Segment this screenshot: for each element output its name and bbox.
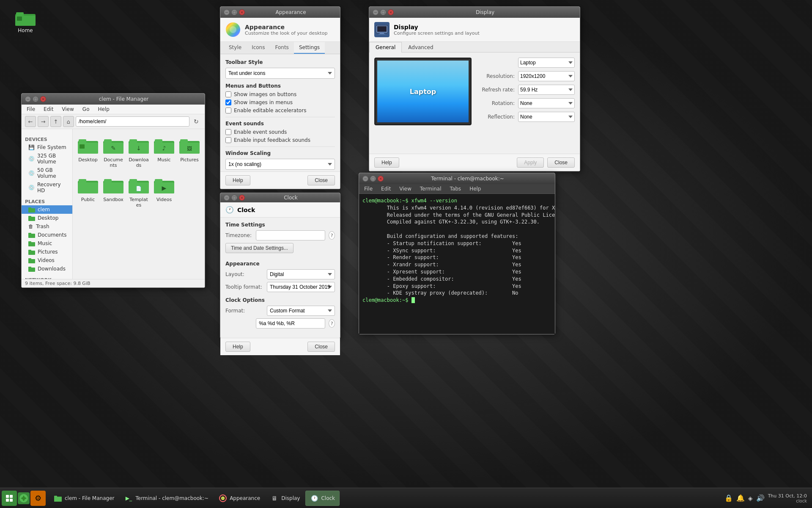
terminal-menu-edit[interactable]: Edit <box>379 185 392 193</box>
taskbar-app-display[interactable]: 🖥 Display <box>266 491 304 506</box>
address-bar[interactable] <box>76 116 189 127</box>
minimize-button[interactable]: − <box>25 96 31 102</box>
sidebar-item-videos[interactable]: Videos <box>22 256 72 265</box>
clock-help-button[interactable]: Help <box>225 342 250 352</box>
appearance-controls[interactable]: − □ × <box>224 9 245 15</box>
refresh-button[interactable]: ↻ <box>191 116 201 127</box>
time-date-settings-button[interactable]: Time and Date Settings... <box>225 243 294 253</box>
format-select[interactable]: Custom Format 12-hour 24-hour <box>267 306 335 316</box>
sidebar-item-documents[interactable]: Documents <box>22 231 72 239</box>
monitor-select[interactable]: Laptop <box>518 58 575 68</box>
file-item-documents[interactable]: ✎ Documents <box>102 133 125 171</box>
file-item-templates[interactable]: 📄 Templates <box>127 172 151 210</box>
sidebar-item-clem[interactable]: clem <box>22 205 72 214</box>
fm-menu-help[interactable]: Help <box>96 105 111 113</box>
tab-icons[interactable]: Icons <box>247 42 270 54</box>
display-minimize[interactable]: − <box>373 9 379 15</box>
show-images-menus-checkbox[interactable] <box>225 99 231 105</box>
file-item-desktop[interactable]: Desktop <box>76 133 100 171</box>
settings-button[interactable]: ⚙ <box>30 491 46 506</box>
sidebar-item-pictures[interactable]: Pictures <box>22 248 72 256</box>
up-button[interactable]: ↑ <box>50 116 61 127</box>
network-icon[interactable]: 🔒 <box>724 494 733 502</box>
custom-format-input[interactable] <box>256 318 325 329</box>
input-feedback-checkbox[interactable] <box>225 137 231 143</box>
terminal-minimize[interactable]: − <box>362 176 368 182</box>
reflection-select[interactable]: None <box>518 112 575 122</box>
sidebar-item-desktop[interactable]: Desktop <box>22 214 72 222</box>
sidebar-item-music[interactable]: Music <box>22 239 72 248</box>
display-tab-general[interactable]: General <box>369 42 402 52</box>
display-controls[interactable]: − □ × <box>373 9 394 15</box>
sidebar-item-downloads[interactable]: Downloads <box>22 265 72 273</box>
home-button[interactable]: ⌂ <box>63 116 74 127</box>
resolution-select[interactable]: 812x508 <box>518 71 575 81</box>
clock-close-titlebar[interactable]: × <box>239 195 245 201</box>
fm-menu-view[interactable]: View <box>60 105 75 113</box>
tab-settings[interactable]: Settings <box>294 42 325 54</box>
file-manager-titlebar[interactable]: − □ × clem - File Manager <box>22 94 205 105</box>
clock-titlebar[interactable]: − □ × Clock <box>220 193 340 202</box>
forward-button[interactable]: → <box>38 116 49 127</box>
clock-controls[interactable]: − □ × <box>224 195 245 201</box>
display-apply-button[interactable]: Apply <box>517 157 544 168</box>
timezone-help-button[interactable]: ? <box>329 231 335 240</box>
rotation-select[interactable]: None <box>518 98 575 108</box>
notification-icon[interactable]: 🔔 <box>736 494 745 502</box>
terminal-close-titlebar[interactable]: × <box>378 176 384 182</box>
file-item-videos[interactable]: ▶ Videos <box>152 172 176 210</box>
file-item-sandbox[interactable]: Sandbox <box>102 172 125 210</box>
taskbar-app-file-manager[interactable]: clem - File Manager <box>49 491 119 506</box>
fm-menu-edit[interactable]: Edit <box>42 105 55 113</box>
window-scaling-select[interactable]: 1x (no scaling) 2x <box>225 159 335 170</box>
taskbar-datetime[interactable]: Thu 31 Oct, 12:0 clock <box>768 493 807 503</box>
back-button[interactable]: ← <box>25 116 36 127</box>
appearance-help-button[interactable]: Help <box>225 175 250 185</box>
editable-accelerators-checkbox[interactable] <box>225 108 231 113</box>
fm-menu-go[interactable]: Go <box>81 105 91 113</box>
taskbar-app-clock[interactable]: 🕐 Clock <box>305 491 340 506</box>
terminal-menu-view[interactable]: View <box>398 185 413 193</box>
appearance-maximize[interactable]: □ <box>231 9 237 15</box>
app-menu-button[interactable] <box>18 492 30 504</box>
file-item-downloads[interactable]: ↓ Downloads <box>127 133 151 171</box>
display-maximize[interactable]: □ <box>380 9 386 15</box>
file-manager-controls[interactable]: − □ × <box>25 96 46 102</box>
tooltip-select[interactable]: Thursday 31 October 2019 <box>267 282 335 292</box>
fm-menu-file[interactable]: File <box>25 105 37 113</box>
toolbar-style-select[interactable]: Text under icons Icons only Text only Te… <box>225 68 335 79</box>
show-images-buttons-checkbox[interactable] <box>225 91 231 97</box>
timezone-input[interactable] <box>256 230 325 240</box>
appearance-titlebar[interactable]: − □ × Appearance <box>220 7 340 18</box>
terminal-menu-tabs[interactable]: Tabs <box>448 185 463 193</box>
file-item-pictures[interactable]: 🖼 Pictures <box>178 133 201 171</box>
sidebar-item-325gb[interactable]: 💿 325 GB Volume <box>22 152 72 166</box>
sidebar-item-recovery[interactable]: 💿 Recovery HD <box>22 180 72 195</box>
appearance-minimize[interactable]: − <box>224 9 230 15</box>
terminal-titlebar[interactable]: − □ × Terminal - clem@macbook:~ <box>359 173 555 184</box>
clock-close-button[interactable]: Close <box>307 342 335 352</box>
refresh-rate-select[interactable]: 59.9 Hz <box>518 85 575 95</box>
file-item-music[interactable]: ♪ Music <box>152 133 176 171</box>
show-desktop-button[interactable] <box>2 491 17 506</box>
maximize-button[interactable]: □ <box>33 96 38 102</box>
appearance-close-button[interactable]: Close <box>307 175 335 185</box>
sidebar-item-50gb[interactable]: 💿 50 GB Volume <box>22 166 72 180</box>
display-titlebar[interactable]: − □ × Display <box>369 7 580 18</box>
terminal-menu-help[interactable]: Help <box>468 185 483 193</box>
display-close-titlebar[interactable]: × <box>388 9 394 15</box>
taskbar-app-terminal[interactable]: ▶_ Terminal - clem@macbook:~ <box>120 491 213 506</box>
volume-icon[interactable]: 🔊 <box>756 494 765 502</box>
terminal-body[interactable]: clem@macbook:~$ xfwm4 --version This is … <box>359 194 555 334</box>
terminal-controls[interactable]: − □ × <box>362 176 384 182</box>
layout-select[interactable]: Digital Analog Binary Fuzzy <box>267 269 335 279</box>
terminal-menu-terminal[interactable]: Terminal <box>418 185 443 193</box>
event-sounds-checkbox[interactable] <box>225 129 231 135</box>
custom-format-help-button[interactable]: ? <box>329 319 335 328</box>
sidebar-item-filesystem[interactable]: 💾 File System <box>22 143 72 152</box>
clock-maximize[interactable]: □ <box>231 195 237 201</box>
file-item-public[interactable]: Public <box>76 172 100 210</box>
terminal-maximize[interactable]: □ <box>370 176 376 182</box>
taskbar-app-appearance[interactable]: Appearance <box>214 491 265 506</box>
appearance-close-titlebar[interactable]: × <box>239 9 245 15</box>
